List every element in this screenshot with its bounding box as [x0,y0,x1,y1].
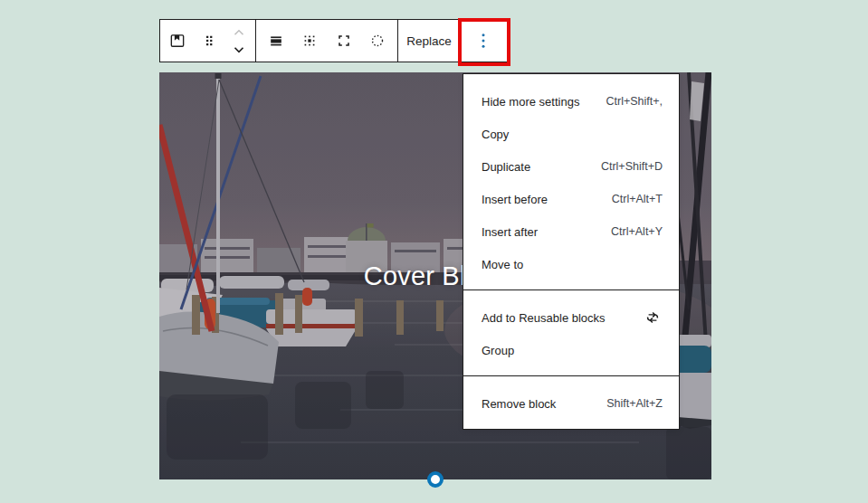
block-mover [225,24,253,58]
options-dropdown-menu: Hide more settings Ctrl+Shift+, Copy Dup… [463,73,680,430]
cover-block-type-button[interactable] [163,21,192,61]
align-icon [267,32,285,50]
cover-block-icon [167,31,187,51]
content-position-button[interactable] [295,21,324,61]
menu-item-add-to-reusable-blocks[interactable]: Add to Reusable blocks [463,301,679,334]
menu-item-move-to[interactable]: Move to [463,248,679,280]
full-height-button[interactable] [329,21,358,61]
full-height-brackets-icon [335,32,353,50]
menu-item-hide-more-settings[interactable]: Hide more settings Ctrl+Shift+, [463,85,679,118]
resize-handle[interactable] [427,471,444,488]
shortcut-label: Ctrl+Shift+D [601,160,663,173]
drag-handle-icon [201,33,217,49]
shortcut-label: Ctrl+Alt+Y [611,225,663,238]
reusable-block-icon [643,308,663,327]
replace-button[interactable]: Replace [398,20,460,62]
move-down-button[interactable] [225,41,253,58]
menu-section-settings: Hide more settings Ctrl+Shift+, Copy Dup… [463,74,679,289]
options-menu-button[interactable] [469,21,498,61]
shortcut-label: Ctrl+Shift+, [606,95,663,108]
block-toolbar: Replace [159,19,508,62]
move-up-button[interactable] [225,24,253,41]
toolbar-group-options [461,20,505,62]
menu-item-remove-block[interactable]: Remove block Shift+Alt+Z [463,387,679,420]
menu-item-duplicate[interactable]: Duplicate Ctrl+Shift+D [463,150,679,183]
menu-item-copy[interactable]: Copy [463,118,679,150]
content-position-grid-icon [300,32,319,50]
editor-canvas: Replace [0,0,868,503]
menu-item-insert-before[interactable]: Insert before Ctrl+Alt+T [463,183,679,215]
kebab-menu-icon [474,31,492,51]
shortcut-label: Ctrl+Alt+T [612,193,663,205]
toolbar-group-replace: Replace [398,20,461,62]
chevron-up-icon [231,26,247,39]
menu-item-insert-after[interactable]: Insert after Ctrl+Alt+Y [463,215,679,248]
toolbar-group-block [160,20,256,62]
duotone-filter-button[interactable] [363,21,392,61]
drag-button[interactable] [195,21,224,61]
menu-item-group[interactable]: Group [463,334,679,366]
toolbar-group-cover-tools [256,20,398,62]
chevron-down-icon [231,43,247,56]
duotone-circle-icon [368,32,386,50]
menu-section-transform: Add to Reusable blocks Group [463,289,679,375]
menu-section-remove: Remove block Shift+Alt+Z [463,375,679,429]
shortcut-label: Shift+Alt+Z [606,397,663,410]
align-button[interactable] [262,21,291,61]
